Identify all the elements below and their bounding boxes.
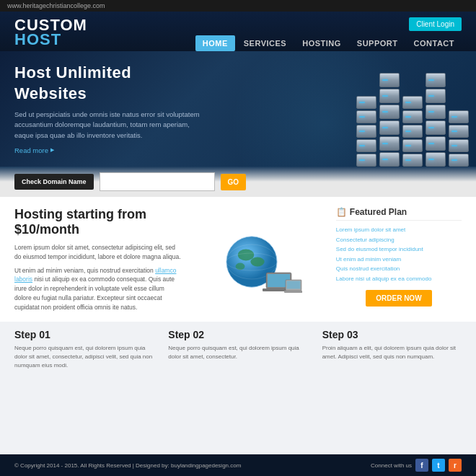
page-wrapper: www.heritagechristiancollege.com CUSTOM …	[0, 0, 476, 476]
hero-image	[231, 51, 476, 167]
list-item: Quis nostrud exercitation	[336, 264, 462, 274]
order-now-button[interactable]: ORDER NOW	[366, 290, 431, 307]
nav-home[interactable]: HOME	[195, 35, 235, 51]
server-unit	[426, 73, 446, 87]
step-2-desc: Neque porro quisquam est, qui dolorem ip…	[168, 344, 307, 361]
server-unit	[449, 154, 469, 167]
svg-rect-10	[287, 281, 301, 288]
twitter-icon[interactable]: t	[432, 459, 445, 472]
go-button[interactable]: GO	[221, 174, 247, 190]
rss-icon[interactable]: r	[449, 459, 462, 472]
step-3-title: Step 03	[322, 329, 462, 340]
featured-plan-icon: 📋	[336, 207, 347, 217]
step-1: Step 01 Neque porro quisquam est, qui do…	[14, 329, 154, 447]
server-unit	[356, 125, 376, 138]
server-tower-2	[379, 73, 400, 167]
server-unit	[426, 136, 446, 151]
server-tower-3	[402, 96, 423, 167]
header-right: Client Login HOME SERVICES HOSTING SUPPO…	[195, 17, 462, 51]
featured-plan-list: Lorem ipsum dolor sit amet Consectetur a…	[336, 225, 462, 284]
nav-contact[interactable]: CONTACT	[407, 35, 462, 51]
server-unit	[449, 110, 469, 123]
client-login-button[interactable]: Client Login	[409, 17, 462, 31]
server-unit	[402, 125, 423, 138]
server-unit	[379, 152, 400, 167]
steps-section: Step 01 Neque porro quisquam est, qui do…	[0, 322, 476, 454]
footer-connect: Connect with us f t r	[371, 459, 462, 472]
server-unit	[379, 89, 400, 103]
featured-plan-title: 📋 Featured Plan	[336, 207, 462, 221]
footer: © Copyright 2014 - 2015. All Rights Rese…	[0, 454, 476, 476]
server-unit	[449, 125, 469, 138]
hero-text: Host Unlimited Websites Sed ut perspicia…	[14, 63, 202, 154]
server-unit	[402, 96, 423, 109]
hosting-left: Hosting starting from $10/month Lorem ip…	[14, 207, 182, 316]
logo-line2: HOST	[14, 32, 87, 48]
read-more-link[interactable]: Read more	[14, 146, 202, 154]
list-item: Ut enim ad minim veniam	[336, 255, 462, 265]
server-unit	[356, 154, 376, 167]
list-item: Labore nisi ut aliquip ex ea commodo	[336, 274, 462, 284]
server-unit	[426, 105, 446, 119]
logo: CUSTOM HOST	[14, 17, 87, 48]
globe-illustration	[216, 226, 302, 298]
featured-plan: 📋 Featured Plan Lorem ipsum dolor sit am…	[336, 207, 462, 316]
hosting-center	[189, 207, 329, 316]
hosting-section: Hosting starting from $10/month Lorem ip…	[0, 197, 476, 322]
svg-point-1	[238, 249, 254, 260]
list-item: Sed do eiusmod tempor incididunt	[336, 244, 462, 255]
laptop-svg	[263, 269, 302, 298]
list-item: Consectetur adipiscing	[336, 235, 462, 245]
list-item: Lorem ipsum dolor sit amet	[336, 225, 462, 235]
server-tower-1	[356, 96, 376, 167]
server-unit	[379, 120, 400, 135]
hosting-para2: Ut enim ad minim veniam, quis nostrud ex…	[14, 266, 182, 312]
server-unit	[449, 139, 469, 152]
server-unit	[426, 120, 446, 135]
header: CUSTOM HOST Client Login HOME SERVICES H…	[0, 12, 476, 51]
main-content: Hosting starting from $10/month Lorem ip…	[0, 197, 476, 454]
server-unit	[426, 152, 446, 167]
svg-rect-11	[284, 291, 302, 293]
server-unit	[379, 73, 400, 87]
server-unit	[379, 105, 400, 119]
check-domain-button[interactable]: Check Domain Name	[14, 174, 94, 190]
connect-label: Connect with us	[371, 462, 412, 469]
hosting-para1: Lorem ipsum dolor sit amet, consectetur …	[14, 243, 182, 262]
facebook-icon[interactable]: f	[415, 459, 428, 472]
nav-hosting[interactable]: HOSTING	[295, 35, 348, 51]
server-unit	[356, 139, 376, 152]
step-3-desc: Proin aliquam a elit, qui dolorem ipsum …	[322, 344, 462, 361]
server-unit	[402, 139, 423, 152]
main-nav: HOME SERVICES HOSTING SUPPORT CONTACT	[195, 35, 462, 51]
step-2: Step 02 Neque porro quisquam est, qui do…	[168, 329, 307, 447]
footer-copyright: © Copyright 2014 - 2015. All Rights Rese…	[14, 462, 241, 469]
step-1-desc: Neque porro quisquam est, qui dolorem ip…	[14, 344, 154, 370]
hero-title: Host Unlimited Websites	[14, 63, 202, 104]
server-unit	[402, 154, 423, 167]
domain-search-input[interactable]	[100, 172, 215, 191]
hosting-link[interactable]: ullamco laboris	[14, 267, 176, 283]
hero-section: Host Unlimited Websites Sed ut perspicia…	[0, 51, 476, 167]
step-2-title: Step 02	[168, 329, 307, 340]
step-3: Step 03 Proin aliquam a elit, qui dolore…	[322, 329, 462, 447]
server-unit	[356, 110, 376, 123]
url-text: www.heritagechristiancollege.com	[7, 2, 105, 9]
nav-services[interactable]: SERVICES	[237, 35, 294, 51]
domain-search-bar: Check Domain Name GO	[0, 167, 476, 197]
server-unit	[426, 89, 446, 103]
server-unit	[356, 96, 376, 109]
header-top: CUSTOM HOST Client Login HOME SERVICES H…	[14, 17, 462, 51]
server-towers	[356, 73, 476, 167]
hero-description: Sed ut perspiciatis unde omnis iste natu…	[14, 110, 202, 141]
hosting-title: Hosting starting from $10/month	[14, 207, 182, 237]
server-tower-5	[449, 110, 469, 167]
svg-point-2	[250, 257, 264, 266]
url-bar: www.heritagechristiancollege.com	[0, 0, 476, 12]
step-1-title: Step 01	[14, 329, 154, 340]
server-unit	[379, 136, 400, 151]
server-tower-4	[426, 73, 446, 167]
server-unit	[402, 110, 423, 123]
nav-support[interactable]: SUPPORT	[350, 35, 405, 51]
